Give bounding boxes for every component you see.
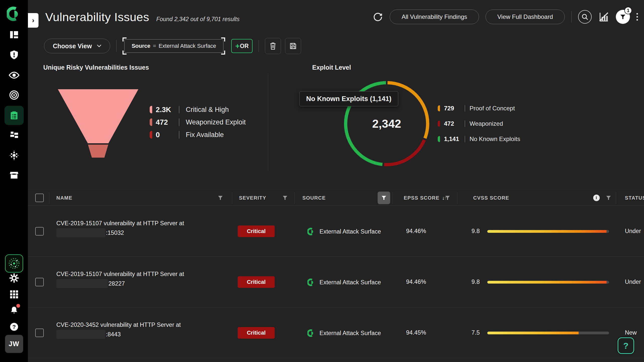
sidebar-item-notifications[interactable]	[9, 305, 19, 315]
filter-chip-source[interactable]: Source = External Attack Surface	[123, 37, 225, 55]
column-divider	[457, 192, 457, 204]
legend-marker	[438, 121, 440, 127]
sidebar-item-settings[interactable]	[9, 273, 19, 283]
row-checkbox[interactable]	[35, 329, 44, 337]
donut-legend-row[interactable]: 472 Weaponized	[438, 119, 520, 128]
sidebar-item-risks[interactable]	[9, 50, 19, 60]
chip-field: Source	[132, 43, 150, 49]
name-port: :8443	[106, 330, 121, 339]
name-port: :15032	[106, 228, 124, 238]
trash-icon	[269, 42, 277, 50]
chip-corner	[221, 51, 225, 55]
sidebar-item-visibility[interactable]	[9, 70, 20, 81]
column-header-source[interactable]: SOURCE	[302, 190, 326, 206]
refresh-icon[interactable]	[373, 12, 383, 22]
severity-filter-icon[interactable]	[283, 190, 288, 206]
status-cell: New	[625, 329, 637, 336]
header-divider	[571, 11, 572, 23]
severity-badge: Critical	[238, 276, 275, 288]
source-filter-active	[378, 190, 390, 206]
cvss-bar	[487, 332, 609, 334]
vulnerability-name[interactable]: CVE-2020-3452 vulnerability at HTTP Serv…	[56, 320, 181, 339]
select-all-checkbox[interactable]	[35, 194, 44, 202]
sidebar-item-issues-active[interactable]	[5, 106, 24, 125]
view-full-dashboard-button[interactable]: View Full Dashboard	[486, 10, 565, 24]
funnel-legend-row: 2.3K Critical & High	[150, 105, 246, 114]
column-header-status[interactable]: STATUS	[625, 190, 644, 206]
results-summary: Found 2,342 out of 9,701 results	[156, 16, 239, 23]
source-brand-icon	[307, 228, 315, 235]
eye-icon	[9, 70, 20, 81]
app-root: ? JW › Vulnerability Issues Found 2,342 …	[0, 0, 644, 362]
column-header-epss[interactable]: EPSS SCORE ↓↑	[404, 190, 446, 206]
sidebar-item-exposure[interactable]	[9, 90, 19, 100]
cvss-filter-icon[interactable]	[606, 190, 611, 206]
table-row[interactable]: CVE-2019-15107 vulnerability at HTTP Ser…	[28, 206, 644, 257]
help-button[interactable]: ?	[618, 337, 634, 354]
virus-icon	[9, 150, 19, 161]
funnel-legend: 2.3K Critical & High 472 Weaponized Expl…	[150, 105, 246, 139]
vulnerability-name[interactable]: CVE-2019-15107 vulnerability at HTTP Ser…	[56, 269, 184, 288]
source-filter-icon-active[interactable]	[378, 192, 390, 204]
name-filter-icon[interactable]	[218, 190, 223, 206]
funnel-chart-title: Unique Risky Vulnerabilities Issues	[43, 64, 149, 71]
row-checkbox[interactable]	[35, 227, 44, 236]
donut-legend-row[interactable]: 1,141 No Known Exploits	[438, 134, 520, 144]
severity-badge: Critical	[238, 225, 275, 237]
dashboard-icon	[9, 30, 19, 40]
kebab-menu-icon[interactable]	[636, 13, 638, 21]
donut-tooltip: No Known Exploits (1,141)	[299, 91, 398, 106]
all-vulnerability-findings-button[interactable]: All Vulnerability Findings	[390, 10, 479, 24]
column-header-name[interactable]: NAME	[56, 190, 72, 206]
choose-view-dropdown[interactable]: Choose View	[44, 39, 110, 53]
stat-value: 472	[156, 118, 179, 126]
panel-divider	[268, 73, 268, 171]
column-header-severity[interactable]: SEVERITY	[239, 190, 266, 206]
table-row[interactable]: CVE-2019-15107 vulnerability at HTTP Ser…	[28, 257, 644, 307]
gear-icon	[9, 273, 19, 283]
vulnerability-name[interactable]: CVE-2019-15107 vulnerability at HTTP Ser…	[56, 218, 184, 238]
cvss-score: 7.5	[464, 329, 480, 336]
legend-value: 729	[444, 105, 460, 112]
stat-label: Weaponized Exploit	[186, 118, 246, 126]
table-row[interactable]: CVE-2020-3452 vulnerability at HTTP Serv…	[28, 307, 644, 358]
storefront-icon	[9, 170, 19, 180]
sidebar-expand-button[interactable]: ›	[28, 13, 38, 28]
row-checkbox[interactable]	[35, 278, 44, 286]
legend-separator	[179, 118, 179, 126]
sidebar-item-apps[interactable]	[9, 290, 19, 299]
legend-value: 472	[444, 120, 460, 127]
source-brand-icon	[307, 329, 315, 337]
funnel-legend-row: 472 Weaponized Exploit	[150, 118, 246, 127]
shield-alert-icon	[9, 50, 19, 60]
sidebar-item-threats[interactable]	[9, 150, 19, 161]
donut-total: 2,342	[339, 76, 434, 171]
column-header-cvss[interactable]: CVSS SCORE	[473, 190, 509, 206]
epss-filter-icon[interactable]	[445, 190, 450, 206]
sidebar-item-dashboard[interactable]	[9, 30, 19, 40]
chart-toggle-icon[interactable]	[598, 11, 609, 22]
column-divider	[616, 192, 616, 204]
sidebar-item-scanner[interactable]	[5, 254, 23, 273]
legend-marker	[438, 136, 440, 142]
blocks-icon	[9, 130, 19, 140]
delete-filter-button[interactable]	[265, 38, 281, 54]
brand-logo-icon[interactable]	[7, 7, 21, 21]
user-avatar[interactable]: JW	[5, 335, 23, 353]
donut-legend-row[interactable]: 729 Proof of Concept	[438, 104, 520, 113]
add-or-condition-button[interactable]: + OR	[231, 39, 253, 53]
sidebar-item-marketplace[interactable]	[9, 170, 19, 180]
filter-icon[interactable]: 1	[616, 10, 630, 24]
sidebar-item-help[interactable]: ?	[9, 322, 19, 332]
or-label: OR	[240, 43, 249, 50]
legend-value: 1,141	[444, 135, 460, 143]
cvss-bar	[487, 281, 609, 284]
cvss-info-icon[interactable]: i	[593, 190, 600, 206]
target-icon	[9, 90, 19, 100]
sidebar-item-assets[interactable]	[9, 130, 19, 140]
source-cell: External Attack Surface	[307, 228, 381, 235]
stat-label: Critical & High	[186, 106, 229, 114]
save-view-button[interactable]	[285, 38, 301, 54]
search-icon[interactable]	[578, 10, 592, 24]
chevron-down-icon	[97, 44, 101, 48]
